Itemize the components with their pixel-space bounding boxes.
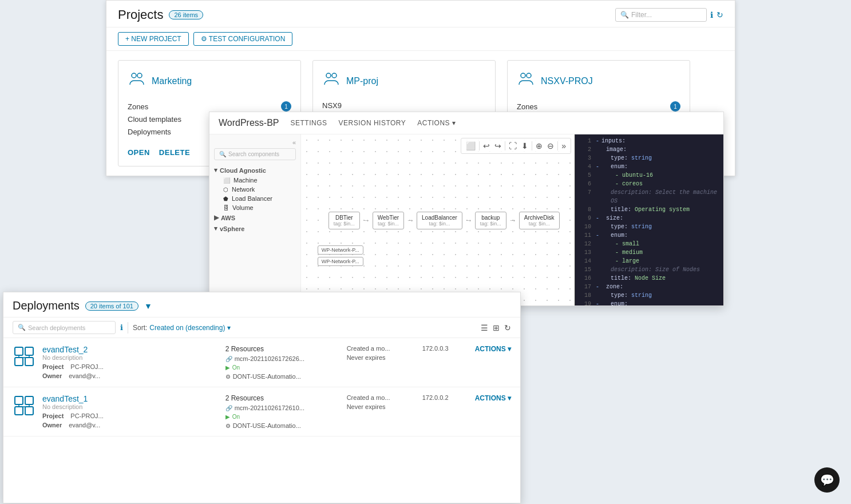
zones-badge: 1 bbox=[281, 101, 291, 112]
archivedisk-node[interactable]: ArchiveDisk tag: $in... bbox=[519, 212, 560, 229]
refresh-icon[interactable]: ↻ bbox=[717, 10, 723, 19]
svg-rect-6 bbox=[15, 347, 23, 355]
project-val-2: PC-PROJ... bbox=[70, 412, 103, 419]
wp-canvas: ⬜ ↩ ↪ ⛶ ⬇ ⊕ ⊖ » DBTier tag: $in... → bbox=[301, 134, 575, 305]
dep-search-placeholder: Search deployments bbox=[28, 324, 85, 331]
code-text: description: Select the machine OS bbox=[601, 188, 721, 205]
deployments-label: Deployments bbox=[128, 128, 171, 136]
frame-icon[interactable]: ⛶ bbox=[508, 140, 518, 152]
project-icon bbox=[128, 70, 146, 92]
download-icon[interactable]: ⬇ bbox=[520, 140, 529, 152]
webtier-label: WebTier bbox=[378, 215, 399, 221]
res-name-2b: DONT-USE-Automatio... bbox=[233, 422, 301, 429]
bullet: - bbox=[596, 300, 600, 305]
zoom-out-icon[interactable]: ⊖ bbox=[546, 140, 555, 152]
gear-icon: ⚙ bbox=[225, 374, 231, 380]
nsxv-project-name[interactable]: NSXV-PROJ bbox=[541, 76, 593, 86]
backup-node[interactable]: backup tag: $in... bbox=[475, 212, 506, 229]
mp-project-name[interactable]: MP-proj bbox=[346, 76, 378, 86]
res-row-1c: ⚙ DONT-USE-Automatio... bbox=[225, 373, 340, 380]
status-on-icon: ▶ bbox=[225, 364, 230, 371]
redo-icon[interactable]: ↪ bbox=[493, 140, 502, 152]
loadbalancer-label: LoadBalancer bbox=[422, 215, 457, 221]
component-search[interactable]: 🔍 Search components bbox=[214, 148, 296, 160]
code-text: enum: bbox=[601, 162, 628, 171]
svg-rect-9 bbox=[25, 358, 33, 366]
dep-item-dates-2: Created a mo... Never expires bbox=[347, 394, 415, 410]
dep-item-desc-2: No description bbox=[42, 403, 219, 410]
chevron-down-icon-vsphere: ▾ bbox=[214, 225, 217, 232]
svg-rect-15 bbox=[15, 407, 23, 415]
machine-icon: ⬜ bbox=[223, 177, 230, 184]
undo-icon[interactable]: ↩ bbox=[482, 140, 491, 152]
loadbalancer-sub: tag: $in... bbox=[422, 221, 457, 227]
dep-item-name-2[interactable]: evandTest_1 bbox=[42, 394, 219, 403]
cloud-agnostic-section[interactable]: ▾ Cloud Agnostic bbox=[214, 165, 296, 176]
bullet bbox=[596, 205, 600, 214]
volume-item[interactable]: 🗄 Volume bbox=[214, 203, 296, 212]
select-icon[interactable]: ⬜ bbox=[465, 140, 477, 152]
network-item[interactable]: ⬡ Network bbox=[214, 185, 296, 194]
res-row-2a: 🔗 mcm-20211026172610... bbox=[225, 404, 340, 411]
aws-section[interactable]: ▶ AWS bbox=[214, 212, 296, 223]
chat-button[interactable]: 💬 bbox=[814, 467, 840, 493]
expires-label-1: Never expires bbox=[347, 354, 415, 361]
vsphere-section[interactable]: ▾ vSphere bbox=[214, 223, 296, 234]
flow-nodes: DBTier tag: $in... → WebTier tag: $in...… bbox=[328, 212, 560, 229]
created-label-2: Created a mo... bbox=[347, 394, 415, 401]
wp-network-2[interactable]: WP-Network-P... bbox=[318, 257, 363, 266]
dep-item-info-1: evandTest_2 No description Project PC-PR… bbox=[42, 345, 219, 379]
dep-item-meta-2: Project PC-PROJ... bbox=[42, 412, 219, 419]
dep-item-resources-1: 2 Resources 🔗 mcm-20211026172626... ▶ On… bbox=[225, 345, 340, 380]
dbtier-node[interactable]: DBTier tag: $in... bbox=[328, 212, 360, 229]
wp-network-1[interactable]: WP-Network-P... bbox=[318, 245, 363, 255]
zoom-in-icon[interactable]: ⊕ bbox=[535, 140, 544, 152]
projects-search-box[interactable]: 🔍 Filter... bbox=[615, 8, 707, 22]
expand-icon[interactable]: » bbox=[560, 140, 567, 152]
svg-point-3 bbox=[332, 73, 337, 78]
grid-view-icon[interactable]: ⊞ bbox=[493, 323, 500, 332]
wp-nav-actions[interactable]: ACTIONS ▾ bbox=[417, 117, 456, 129]
line-num: 14 bbox=[577, 257, 591, 265]
wp-nav-settings[interactable]: SETTINGS bbox=[291, 117, 327, 129]
delete-button[interactable]: DELETE bbox=[159, 148, 190, 157]
res-count-2: 2 bbox=[225, 394, 229, 402]
code-text: enum: bbox=[601, 300, 628, 305]
line-num: 10 bbox=[577, 223, 591, 231]
list-view-icon[interactable]: ☰ bbox=[481, 323, 488, 332]
dep-sort: Sort: Created on (descending) ▾ bbox=[133, 324, 231, 332]
loadbalancer-node[interactable]: LoadBalancer tag: $in... bbox=[417, 212, 462, 229]
load-balancer-icon: ⬟ bbox=[223, 196, 228, 202]
project-key: Project bbox=[42, 363, 64, 370]
marketing-project-name[interactable]: Marketing bbox=[152, 76, 192, 86]
dep-item-name-1[interactable]: evandTest_2 bbox=[42, 345, 219, 354]
load-balancer-item[interactable]: ⬟ Load Balancer bbox=[214, 194, 296, 203]
dep-info-icon[interactable]: ℹ bbox=[120, 323, 123, 332]
line-num: 5 bbox=[577, 171, 591, 180]
filter-icon[interactable]: ▼ bbox=[144, 301, 152, 311]
dep-search[interactable]: 🔍 Search deployments bbox=[13, 321, 116, 334]
wp-code-panel: 1 - inputs: 2 image: 3 type: string 4 - … bbox=[575, 134, 723, 305]
refresh-icon[interactable]: ↻ bbox=[504, 323, 511, 332]
machine-item[interactable]: ⬜ Machine bbox=[214, 176, 296, 185]
test-config-button[interactable]: ⚙ TEST CONFIGURATION bbox=[193, 32, 293, 46]
actions-label-2[interactable]: ACTIONS ▾ bbox=[475, 394, 511, 402]
webtier-node[interactable]: WebTier tag: $in... bbox=[373, 212, 404, 229]
ip-val-2: 172.0.0.2 bbox=[422, 394, 468, 401]
sort-value[interactable]: Created on (descending) bbox=[149, 324, 225, 332]
bullet bbox=[596, 240, 600, 248]
new-project-button[interactable]: + NEW PROJECT bbox=[118, 32, 189, 46]
actions-label-1[interactable]: ACTIONS ▾ bbox=[475, 345, 511, 353]
code-line-9: 9 - size: bbox=[575, 214, 723, 223]
dep-actions-1[interactable]: ACTIONS ▾ bbox=[475, 345, 511, 353]
dep-actions-2[interactable]: ACTIONS ▾ bbox=[475, 394, 511, 402]
open-button[interactable]: OPEN bbox=[128, 148, 150, 157]
wp-nav-version-history[interactable]: VERSION HISTORY bbox=[339, 117, 406, 129]
dep-item-icon-1 bbox=[13, 345, 35, 368]
line-num: 19 bbox=[577, 300, 591, 305]
webtier-sub: tag: $in... bbox=[378, 221, 399, 227]
code-line-13: 13 - medium bbox=[575, 248, 723, 257]
project-card-header: Marketing bbox=[128, 70, 291, 92]
owner-val-2: evand@v... bbox=[69, 422, 100, 428]
collapse-button[interactable]: « bbox=[214, 139, 296, 146]
